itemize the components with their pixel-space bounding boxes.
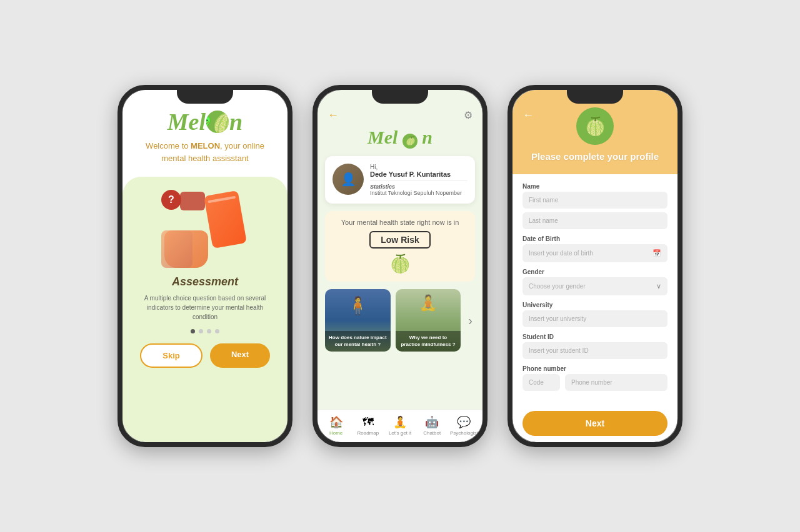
logo-melon-icon: 🍈 <box>206 111 229 133</box>
profile-complete-title: Please complete your profile <box>531 151 659 162</box>
logo-text-n: n <box>229 110 242 134</box>
university-input[interactable]: Insert your university <box>522 310 668 327</box>
dot-1 <box>191 329 195 333</box>
nature-silhouette: 🧍 <box>347 295 369 316</box>
phone-code-input[interactable]: Code <box>522 374 560 391</box>
nav-psychologist-label: Psychologist <box>450 430 478 436</box>
article-label-1: How does nature impact our mental health… <box>325 331 391 352</box>
profile-field-value: Institut Teknologi Sepuluh Nopember <box>370 190 468 196</box>
article-card-1[interactable]: 🧍 How does nature impact our mental heal… <box>325 289 391 352</box>
last-name-placeholder: Last name <box>529 217 558 224</box>
dob-group: Date of Birth Insert your date of birth … <box>522 235 668 262</box>
first-name-input[interactable]: First name <box>522 192 668 209</box>
article-card-2[interactable]: 🧘 Why we need to practice mindfulness ? <box>396 289 461 352</box>
phone-label: Phone number <box>522 365 668 372</box>
assessment-description: A multiple choice question based on seve… <box>142 293 268 322</box>
nav-home[interactable]: 🏠 Home <box>320 415 352 436</box>
back-arrow-3[interactable]: ← <box>522 109 534 122</box>
nav-roadmap-label: Roadmap <box>357 430 379 436</box>
mindfulness-silhouette: 🧘 <box>419 294 438 312</box>
last-name-input[interactable]: Last name <box>522 212 668 229</box>
student-id-placeholder: Insert your student ID <box>529 347 589 354</box>
dob-label: Date of Birth <box>522 235 668 242</box>
student-id-input[interactable]: Insert your student ID <box>522 342 668 359</box>
student-id-group: Student ID Insert your student ID <box>522 333 668 359</box>
risk-badge: Low Risk <box>369 231 430 249</box>
nav-letsgetit[interactable]: 🧘 Let's get it <box>384 415 416 436</box>
dob-placeholder: Insert your date of birth <box>529 250 593 257</box>
articles-arrow[interactable]: › <box>466 311 475 330</box>
phone-illustration <box>204 190 247 249</box>
melon-emoji: 🍈 <box>332 254 468 274</box>
assessment-title: Assessment <box>172 275 238 288</box>
dob-input[interactable]: Insert your date of birth 📅 <box>522 244 668 262</box>
next-button[interactable]: Next <box>210 343 270 368</box>
screen-1-onboarding: Mel 🍈 n Welcome to MELON, your online me… <box>122 90 288 442</box>
name-label: Name <box>522 183 668 190</box>
letsgetit-icon: 🧘 <box>393 415 407 429</box>
user-avatar: 👤 <box>332 164 364 195</box>
mental-state-card: Your mental health state right now is in… <box>325 211 475 282</box>
university-placeholder: Insert your university <box>529 315 586 322</box>
question-bubble: ? <box>161 190 181 210</box>
profile-card: 👤 Hi, Dede Yusuf P. Kuntaritas Statistic… <box>325 156 475 204</box>
article-label-2: Why we need to practice mindfulness ? <box>396 331 461 352</box>
assessment-illustration: ? <box>161 187 249 268</box>
figure-illustration <box>161 230 192 268</box>
skip-button[interactable]: Skip <box>140 343 202 368</box>
profile-info: Hi, Dede Yusuf P. Kuntaritas Statistics … <box>370 164 468 196</box>
phone-number-input[interactable]: Phone number <box>565 374 668 391</box>
profile-divider <box>370 180 468 181</box>
profile-next-button[interactable]: Next <box>522 411 668 436</box>
logo2-mel: Mel <box>368 127 398 147</box>
welcome-text: Welcome to MELON, your online mental hea… <box>135 140 275 164</box>
home-icon: 🏠 <box>329 415 343 429</box>
phone-group: Phone number Code Phone number <box>522 365 668 391</box>
onboarding-buttons: Skip Next <box>135 343 275 368</box>
screen-3-profile: ← 🍈 Please complete your profile Name Fi… <box>512 90 678 442</box>
melon-icon-large: 🍈 <box>576 107 614 145</box>
settings-icon[interactable]: ⚙ <box>464 109 472 121</box>
nav-letsgetit-label: Let's get it <box>389 430 411 436</box>
phone-notch-3 <box>567 90 623 104</box>
nav-roadmap[interactable]: 🗺 Roadmap <box>352 416 384 436</box>
bottom-navigation: 🏠 Home 🗺 Roadmap 🧘 Let's get it 🤖 Chatbo… <box>318 410 482 442</box>
pagination-dots <box>191 329 219 333</box>
nav-psychologist[interactable]: 💬 Psychologist <box>448 415 480 436</box>
gender-label: Gender <box>522 268 668 275</box>
profile-greeting: Hi, <box>370 164 468 170</box>
name-group: Name First name Last name <box>522 183 668 229</box>
nav-chatbot-label: Chatbot <box>423 430 441 436</box>
profile-form: Name First name Last name Date of Birth … <box>512 174 678 405</box>
nav-home-label: Home <box>329 430 342 436</box>
screen-2-home: ← ⚙ Mel 🍈 n 👤 Hi, Dede Yusuf P. Kuntarit… <box>318 90 482 442</box>
university-group: University Insert your university <box>522 302 668 327</box>
phone-1: Mel 🍈 n Welcome to MELON, your online me… <box>118 85 292 447</box>
phone-notch-2 <box>372 90 428 104</box>
mental-state-text: Your mental health state right now is in <box>332 219 468 226</box>
profile-name: Dede Yusuf P. Kuntaritas <box>370 170 468 178</box>
gender-select[interactable]: Choose your gender ∨ <box>522 277 668 295</box>
psychologist-icon: 💬 <box>457 415 471 429</box>
logo2-icon: 🍈 <box>402 134 418 149</box>
student-id-label: Student ID <box>522 333 668 340</box>
melon-logo-1: Mel 🍈 n <box>168 110 242 134</box>
logo2-n: n <box>422 127 432 147</box>
back-arrow-2[interactable]: ← <box>328 109 339 122</box>
dropdown-icon: ∨ <box>656 282 661 290</box>
phone-3: ← 🍈 Please complete your profile Name Fi… <box>508 85 682 447</box>
nav-chatbot[interactable]: 🤖 Chatbot <box>416 415 448 436</box>
phone-notch-1 <box>177 90 233 104</box>
gender-placeholder: Choose your gender <box>529 283 586 290</box>
logo-text-mel: Mel <box>168 110 206 134</box>
articles-row: 🧍 How does nature impact our mental heal… <box>325 289 475 352</box>
dot-2 <box>199 329 203 333</box>
university-label: University <box>522 302 668 308</box>
profile-field-label: Statistics <box>370 184 468 190</box>
chart-icon <box>180 192 205 210</box>
phone-input-row: Code Phone number <box>522 374 668 391</box>
gender-group: Gender Choose your gender ∨ <box>522 268 668 295</box>
roadmap-icon: 🗺 <box>362 416 374 429</box>
first-name-placeholder: First name <box>529 197 558 204</box>
chatbot-icon: 🤖 <box>425 415 439 429</box>
